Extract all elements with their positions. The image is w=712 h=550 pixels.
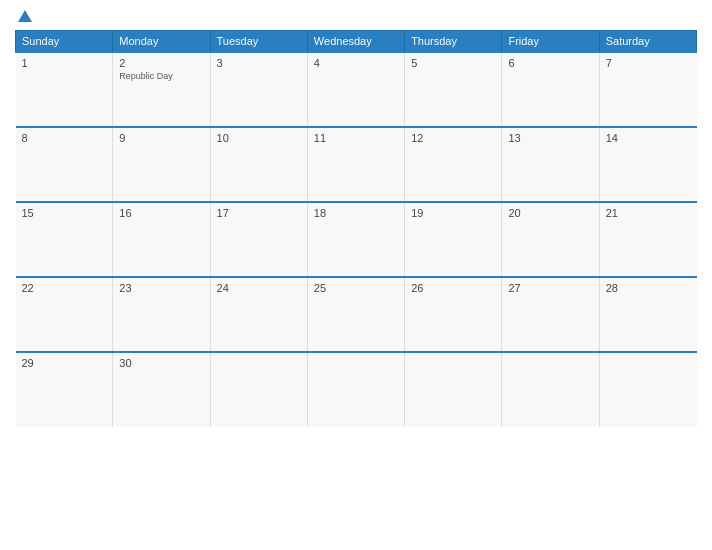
day-number: 9 bbox=[119, 132, 203, 144]
calendar-week-row: 22232425262728 bbox=[16, 277, 697, 352]
calendar-cell: 2Republic Day bbox=[113, 52, 210, 127]
day-number: 11 bbox=[314, 132, 398, 144]
logo-triangle-icon bbox=[18, 10, 32, 22]
calendar-cell: 30 bbox=[113, 352, 210, 427]
day-number: 13 bbox=[508, 132, 592, 144]
calendar-body: 12Republic Day34567891011121314151617181… bbox=[16, 52, 697, 427]
calendar-cell: 7 bbox=[599, 52, 696, 127]
calendar-cell: 5 bbox=[405, 52, 502, 127]
day-number: 10 bbox=[217, 132, 301, 144]
col-saturday: Saturday bbox=[599, 31, 696, 53]
calendar-cell: 13 bbox=[502, 127, 599, 202]
calendar-cell: 22 bbox=[16, 277, 113, 352]
day-number: 8 bbox=[22, 132, 107, 144]
day-number: 30 bbox=[119, 357, 203, 369]
col-monday: Monday bbox=[113, 31, 210, 53]
calendar-cell: 12 bbox=[405, 127, 502, 202]
col-tuesday: Tuesday bbox=[210, 31, 307, 53]
day-number: 3 bbox=[217, 57, 301, 69]
day-number: 25 bbox=[314, 282, 398, 294]
day-number: 18 bbox=[314, 207, 398, 219]
logo bbox=[15, 10, 32, 22]
calendar-cell: 19 bbox=[405, 202, 502, 277]
calendar-cell: 15 bbox=[16, 202, 113, 277]
day-number: 5 bbox=[411, 57, 495, 69]
day-number: 29 bbox=[22, 357, 107, 369]
calendar-cell: 29 bbox=[16, 352, 113, 427]
calendar-cell: 26 bbox=[405, 277, 502, 352]
calendar-page: Sunday Monday Tuesday Wednesday Thursday… bbox=[0, 0, 712, 550]
day-number: 4 bbox=[314, 57, 398, 69]
col-friday: Friday bbox=[502, 31, 599, 53]
day-number: 27 bbox=[508, 282, 592, 294]
calendar-week-row: 12Republic Day34567 bbox=[16, 52, 697, 127]
day-number: 21 bbox=[606, 207, 691, 219]
calendar-cell: 23 bbox=[113, 277, 210, 352]
calendar-cell: 25 bbox=[307, 277, 404, 352]
calendar-cell bbox=[210, 352, 307, 427]
calendar-cell: 11 bbox=[307, 127, 404, 202]
calendar-week-row: 15161718192021 bbox=[16, 202, 697, 277]
calendar-cell: 27 bbox=[502, 277, 599, 352]
col-sunday: Sunday bbox=[16, 31, 113, 53]
day-number: 16 bbox=[119, 207, 203, 219]
calendar-table: Sunday Monday Tuesday Wednesday Thursday… bbox=[15, 30, 697, 427]
calendar-cell: 1 bbox=[16, 52, 113, 127]
calendar-cell: 3 bbox=[210, 52, 307, 127]
header bbox=[15, 10, 697, 22]
calendar-cell: 17 bbox=[210, 202, 307, 277]
day-number: 6 bbox=[508, 57, 592, 69]
day-number: 28 bbox=[606, 282, 691, 294]
day-number: 26 bbox=[411, 282, 495, 294]
calendar-cell bbox=[405, 352, 502, 427]
calendar-week-row: 2930 bbox=[16, 352, 697, 427]
day-number: 2 bbox=[119, 57, 203, 69]
day-number: 23 bbox=[119, 282, 203, 294]
calendar-cell: 8 bbox=[16, 127, 113, 202]
calendar-week-row: 891011121314 bbox=[16, 127, 697, 202]
day-number: 19 bbox=[411, 207, 495, 219]
calendar-cell: 10 bbox=[210, 127, 307, 202]
col-wednesday: Wednesday bbox=[307, 31, 404, 53]
calendar-cell bbox=[502, 352, 599, 427]
calendar-cell bbox=[599, 352, 696, 427]
day-number: 7 bbox=[606, 57, 691, 69]
calendar-header: Sunday Monday Tuesday Wednesday Thursday… bbox=[16, 31, 697, 53]
days-of-week-row: Sunday Monday Tuesday Wednesday Thursday… bbox=[16, 31, 697, 53]
day-number: 17 bbox=[217, 207, 301, 219]
calendar-cell: 6 bbox=[502, 52, 599, 127]
day-number: 22 bbox=[22, 282, 107, 294]
calendar-cell: 9 bbox=[113, 127, 210, 202]
holiday-label: Republic Day bbox=[119, 71, 203, 81]
day-number: 14 bbox=[606, 132, 691, 144]
calendar-cell: 21 bbox=[599, 202, 696, 277]
calendar-cell: 20 bbox=[502, 202, 599, 277]
day-number: 1 bbox=[22, 57, 107, 69]
day-number: 24 bbox=[217, 282, 301, 294]
col-thursday: Thursday bbox=[405, 31, 502, 53]
calendar-cell: 16 bbox=[113, 202, 210, 277]
day-number: 12 bbox=[411, 132, 495, 144]
calendar-cell: 14 bbox=[599, 127, 696, 202]
calendar-cell: 28 bbox=[599, 277, 696, 352]
day-number: 20 bbox=[508, 207, 592, 219]
day-number: 15 bbox=[22, 207, 107, 219]
calendar-cell bbox=[307, 352, 404, 427]
calendar-cell: 4 bbox=[307, 52, 404, 127]
calendar-cell: 18 bbox=[307, 202, 404, 277]
calendar-cell: 24 bbox=[210, 277, 307, 352]
